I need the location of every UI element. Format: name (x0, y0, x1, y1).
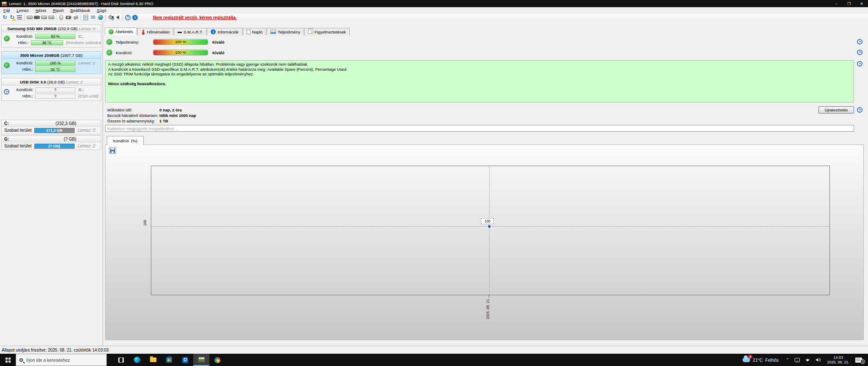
disk-card-samsung[interactable]: Samsung SSD 980 250GB (232,9 GB) Lemez: … (1, 25, 101, 47)
temp-bar: 36 °C (31, 40, 63, 45)
free-space-label: Szabad terület (4, 144, 32, 148)
help-icon[interactable] (857, 50, 862, 55)
taskbar-app-explorer[interactable] (145, 354, 161, 366)
weather-badge: 4 (748, 355, 752, 359)
stat-value: 0 nap, 2 óra (159, 108, 182, 112)
temp-label: Hőm.: (12, 40, 29, 45)
taskbar-app-outlook[interactable]: O (177, 354, 193, 366)
sound-icon[interactable] (114, 14, 121, 21)
disk-card-micron[interactable]: 3500 Micron 2048GB (1907,7 GB) Kondíció:… (1, 51, 101, 74)
disk-size: (1907,7 GB) (61, 53, 83, 58)
tab-smart[interactable]: S.M.A.R.T. (174, 28, 206, 35)
store-icon (166, 357, 172, 363)
menu-disk[interactable]: Lemez (13, 8, 32, 13)
tab-warnings[interactable]: Figyelmeztetések (304, 28, 350, 35)
partition-card-g[interactable]: G: (? GB) Szabad terület (? GB) Lemez: 2 (1, 136, 101, 150)
disk-dark-icon[interactable] (33, 14, 40, 21)
clock-date: 2025. 08. 21. (827, 360, 849, 365)
register-link[interactable]: Nem regisztrált verzió, kérem regisztrál… (153, 15, 236, 20)
notification-center-icon[interactable]: 3 (855, 358, 862, 363)
stat-label: Összes írt adatmennyiség: (107, 119, 159, 123)
tab-log[interactable]: Napló (243, 28, 267, 35)
partition-size: (232,3 GB) (56, 121, 76, 126)
disk-green2-icon[interactable] (47, 14, 55, 21)
data-point-label: 100 (481, 218, 494, 224)
volume-icon[interactable] (813, 358, 823, 362)
save-chart-button[interactable] (109, 147, 116, 154)
outlook-icon: O (182, 357, 188, 363)
stat-label: Becsült hátralévő élettartam: (107, 113, 159, 118)
description-line: A kondíciót a következő SSD-specifikus S… (108, 67, 851, 72)
menu-help[interactable]: Súgó (94, 8, 110, 13)
taskbar-search[interactable]: Írjon ide a kereséshez (16, 354, 107, 366)
taskbar-clock[interactable]: 14:03 2025. 08. 21. (823, 355, 853, 365)
partition-size: (? GB) (64, 137, 76, 141)
start-button[interactable] (0, 354, 16, 366)
gridline-horizontal (151, 226, 829, 227)
retest-button[interactable]: Újratesztelés (818, 106, 854, 114)
performance-rating: Kiváló (212, 40, 225, 44)
wifi-icon[interactable] (802, 358, 813, 362)
taskbar-app-paint[interactable] (209, 354, 225, 366)
disk-name: Samsung SSD 980 250GB (7, 26, 56, 31)
title-bar: Lemez: 1, 3500 Micron 2048GB [24424B9BD8… (0, 0, 868, 7)
menu-view[interactable]: Nézet (32, 8, 50, 13)
reanalyse-warning-icon[interactable]: ↻ (8, 14, 16, 21)
partition-card-c[interactable]: C: (232,3 GB) Szabad terület 171,3 GB Le… (1, 120, 101, 134)
tab-overview[interactable]: Áttekintés (105, 28, 137, 35)
drive-letter: C:, (78, 34, 83, 39)
help-icon[interactable] (857, 39, 862, 44)
comment-input[interactable] (105, 125, 854, 132)
mouse-icon[interactable] (58, 14, 65, 21)
tab-bar: Áttekintés Hőmérséklet S.M.A.R.T. Inform… (105, 28, 350, 35)
notification-badge: 3 (860, 359, 865, 364)
connect-tray-icon[interactable] (792, 358, 802, 362)
disk-gray-icon[interactable] (26, 14, 33, 21)
menu-report[interactable]: Riport (50, 8, 67, 13)
refresh-icon[interactable]: ↻ (1, 14, 8, 21)
minimize-button[interactable]: – (830, 0, 843, 7)
taskbar-app-hdsentinel[interactable] (193, 354, 209, 366)
help-icon[interactable] (857, 61, 862, 67)
weather-widget[interactable]: 4 21°C Felhős (738, 354, 783, 366)
help-icon[interactable] (857, 107, 862, 113)
tab-information[interactable]: Információk (207, 28, 242, 35)
tab-performance[interactable]: Teljesítmény (267, 28, 304, 35)
weather-desc: Felhős (765, 358, 779, 363)
menu-settings[interactable]: Beállítások (67, 8, 93, 13)
volume-label: [Rendszer számára (66, 40, 101, 45)
notes-icon[interactable] (82, 14, 89, 21)
help-icon[interactable]: ? (124, 14, 131, 21)
condition-label: Kondíció: (12, 34, 33, 39)
edge-icon (134, 357, 140, 363)
info-icon[interactable]: i (131, 14, 139, 21)
taskbar-app-edge[interactable] (129, 354, 145, 366)
disk-size: (28,9 GB) (47, 80, 64, 84)
task-view-button[interactable] (113, 354, 129, 366)
maximize-button[interactable]: ❐ (843, 0, 855, 7)
condition-label: Kondíció: (12, 61, 33, 65)
tab-temperature[interactable]: Hőmérséklet (137, 28, 173, 35)
report-icon[interactable] (16, 14, 23, 21)
disk-green-icon[interactable] (40, 14, 47, 21)
close-button[interactable]: ✕ (855, 0, 868, 7)
tray-expand-chevron-icon[interactable]: ⌃ (783, 358, 792, 362)
usb-device-icon[interactable] (72, 14, 79, 21)
camera-icon[interactable] (65, 14, 72, 21)
weather-temp: 21°C (753, 358, 762, 363)
history-tab-condition[interactable]: Kondíció (%) (107, 136, 144, 145)
paint-icon (214, 357, 220, 363)
taskbar-app-store[interactable] (161, 354, 177, 366)
folder-icon (150, 358, 156, 362)
disk-card-usb[interactable]: USB DISK 3.0 (28,9 GB) Lemez: 2 Kondíció… (1, 78, 101, 101)
ok-icon (106, 50, 112, 55)
email-icon[interactable]: ✉ (89, 14, 97, 21)
windows-logo-icon (6, 358, 11, 363)
y-axis-tick: 100 (143, 220, 147, 226)
info-icon (211, 29, 216, 34)
task-view-icon (118, 358, 124, 363)
menu-file[interactable]: Fájl (0, 8, 13, 13)
network-icon[interactable] (97, 14, 104, 21)
x-axis-tickmark (489, 295, 489, 297)
condition-bar: 100 % (35, 61, 75, 66)
